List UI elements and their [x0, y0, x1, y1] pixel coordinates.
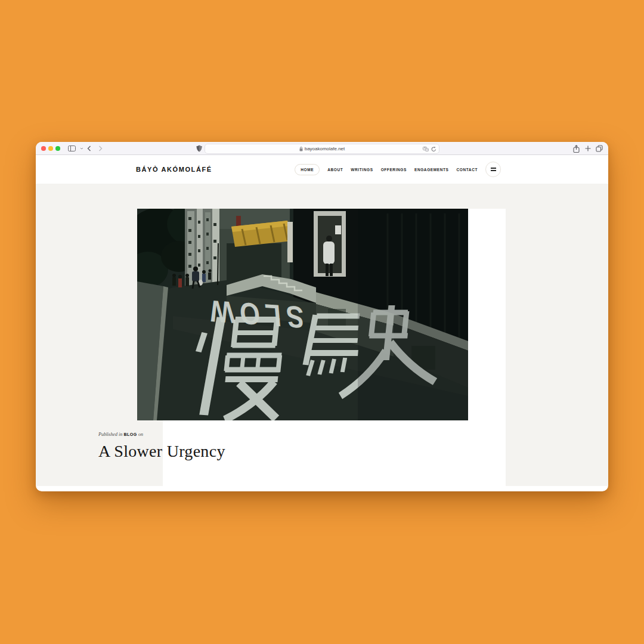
- published-suffix: on: [138, 432, 143, 437]
- main-nav: HOME ABOUT WRITINGS OFFERINGS ENGAGEMENT…: [295, 162, 501, 177]
- address-bar[interactable]: bayoakomolafe.net: [205, 144, 439, 154]
- site-header: BÁYÒ AKÓMOLÁFÉ HOME ABOUT WRITINGS OFFER…: [36, 155, 608, 184]
- translate-icon[interactable]: [423, 147, 429, 151]
- new-tab-icon[interactable]: [583, 144, 592, 153]
- sidebar-toggle-icon[interactable]: [67, 144, 76, 153]
- nav-item-home[interactable]: HOME: [295, 164, 320, 175]
- back-icon[interactable]: [85, 144, 94, 153]
- url-text: bayoakomolafe.net: [305, 146, 345, 151]
- desktop-background: bayoakomolafe.net BÁYÒ AKÓMOLÁFÉ HOME: [0, 0, 644, 644]
- nav-item-about[interactable]: ABOUT: [327, 168, 343, 172]
- privacy-shield-icon[interactable]: [194, 144, 203, 153]
- share-icon[interactable]: [572, 144, 581, 153]
- category-link[interactable]: BLOG: [123, 432, 137, 436]
- nav-item-contact[interactable]: CONTACT: [457, 168, 478, 172]
- nav-item-writings[interactable]: WRITINGS: [351, 168, 373, 172]
- nav-item-engagements[interactable]: ENGAGEMENTS: [414, 168, 449, 172]
- published-prefix: Published in: [98, 432, 122, 437]
- post-title[interactable]: A Slower Urgency: [98, 442, 316, 461]
- page-content: SLOW: [36, 184, 608, 486]
- zoom-window-button[interactable]: [55, 146, 60, 151]
- tab-overview-icon[interactable]: [595, 144, 603, 153]
- forward-icon[interactable]: [96, 144, 105, 153]
- article-body: Published in BLOG on A Slower Urgency: [98, 432, 316, 461]
- post-meta: Published in BLOG on: [98, 432, 316, 437]
- site-logo[interactable]: BÁYÒ AKÓMOLÁFÉ: [136, 166, 212, 173]
- reload-icon[interactable]: [431, 146, 436, 152]
- browser-toolbar: bayoakomolafe.net: [36, 142, 608, 155]
- browser-window: bayoakomolafe.net BÁYÒ AKÓMOLÁFÉ HOME: [36, 142, 608, 491]
- nav-item-offerings[interactable]: OFFERINGS: [381, 168, 407, 172]
- close-window-button[interactable]: [41, 146, 46, 151]
- minimize-window-button[interactable]: [48, 146, 53, 151]
- menu-burger-button[interactable]: [485, 162, 501, 177]
- hero-image: SLOW: [137, 209, 468, 420]
- street-scene-illustration: SLOW: [137, 209, 468, 420]
- lock-icon: [299, 147, 303, 151]
